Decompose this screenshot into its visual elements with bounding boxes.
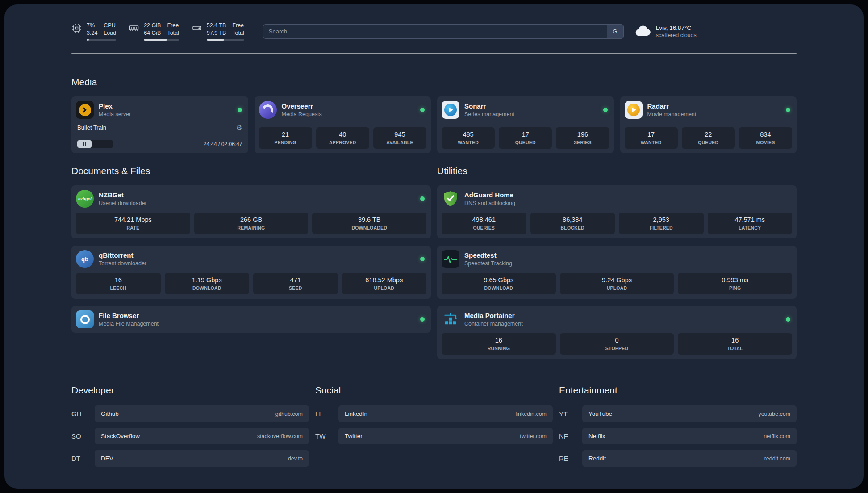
service-subtitle: Usenet downloader (99, 200, 415, 206)
bookmark-url: netflix.com (764, 433, 790, 439)
cpu-usage-value: 7% (87, 22, 97, 29)
stat-remaining: 266 GB REMAINING (194, 213, 309, 234)
stat-pending: 21 PENDING (259, 127, 312, 149)
service-card-speedtest[interactable]: Speedtest Speedtest Tracking 9.65 Gbps D… (437, 246, 797, 299)
status-online-dot (420, 257, 425, 261)
bookmark-link[interactable]: Twitter twitter.com (338, 428, 553, 444)
search-provider-button[interactable]: G (607, 24, 624, 39)
stat-queries: 498,461 QUERIES (442, 213, 526, 234)
stat-value: 1.19 Gbps (192, 276, 222, 284)
service-card-plex[interactable]: Plex Media server Bullet Train ⚙ 24:44 /… (71, 96, 248, 153)
stat-label: UPLOAD (374, 285, 394, 291)
bookmark-link[interactable]: LinkedIn linkedin.com (338, 405, 553, 422)
bookmark-link[interactable]: Netflix netflix.com (582, 428, 797, 444)
status-online-dot (238, 108, 242, 112)
stat-value: 471 (290, 276, 301, 284)
stat-value: 485 (463, 131, 473, 138)
stat-label: QUEUED (698, 140, 718, 145)
stat-label: RATE (127, 225, 140, 230)
stat-upload: 618.52 Mbps UPLOAD (342, 273, 427, 294)
memory-free-value: 22 GiB (144, 22, 161, 29)
bookmark-link[interactable]: YouTube youtube.com (582, 405, 797, 422)
bookmark-name: Github (101, 410, 119, 417)
bookmark-abbr: TW (315, 432, 338, 440)
bookmark-link[interactable]: DEV dev.to (95, 450, 309, 467)
bookmark-link[interactable]: Github github.com (95, 405, 309, 422)
bookmark-youtube: YT YouTube youtube.com (559, 405, 797, 422)
service-subtitle: Media Requests (282, 111, 416, 117)
section-title-media: Media (71, 77, 797, 88)
service-card-sonarr[interactable]: Sonarr Series management 485 WANTED 17 Q… (437, 96, 614, 153)
sonarr-icon (442, 101, 459, 119)
disk-usage-bar (207, 39, 244, 41)
stat-stopped: 0 STOPPED (560, 333, 674, 355)
gear-icon[interactable]: ⚙ (236, 124, 242, 131)
memory-usage-bar (144, 39, 179, 41)
bookmark-twitter: TW Twitter twitter.com (315, 428, 553, 444)
stat-upload: 9.24 Gbps UPLOAD (560, 273, 674, 294)
stat-label: MOVIES (756, 140, 775, 145)
service-card-qbittorrent[interactable]: qb qBittorrent Torrent downloader 16 LEE… (71, 246, 431, 299)
stat-label: TOTAL (727, 346, 743, 351)
stat-movies: 834 MOVIES (739, 127, 792, 149)
bookmark-link[interactable]: Reddit reddit.com (582, 450, 797, 467)
disk-widget: 52.4 TB 97.9 TB Free Total (192, 22, 244, 41)
stat-download: 1.19 Gbps DOWNLOAD (165, 273, 250, 294)
service-title: Plex (99, 102, 233, 110)
player-seek-bar[interactable] (77, 140, 113, 148)
stat-value: 22 (705, 131, 712, 138)
stat-value: 86,384 (563, 216, 582, 223)
cpu-label: CPU (104, 22, 116, 29)
weather-location: Lviv, 16.87°C (656, 25, 697, 31)
stat-value: 47.571 ms (734, 216, 765, 223)
service-title: Media Portainer (464, 312, 781, 319)
section-title-utilities: Utilities (437, 166, 797, 176)
bookmark-group-social: Social LI LinkedIn linkedin.com TW Twitt… (315, 385, 553, 472)
stat-label: STOPPED (605, 346, 628, 351)
bookmark-abbr: RE (559, 455, 582, 462)
service-subtitle: Speedtest Tracking (464, 260, 792, 267)
bookmark-netflix: NF Netflix netflix.com (559, 428, 797, 444)
stat-queued: 22 QUEUED (682, 127, 735, 149)
service-subtitle: Series management (464, 111, 598, 117)
disk-total-label: Total (232, 29, 244, 37)
stat-label: WANTED (458, 140, 479, 145)
service-card-adguard[interactable]: AdGuard Home DNS and adblocking 498,461 … (437, 185, 797, 238)
memory-widget: 22 GiB 64 GiB Free Total (129, 22, 179, 41)
stat-label: SEED (289, 285, 302, 291)
stat-value: 16 (731, 337, 739, 344)
bookmark-github: GH Github github.com (71, 405, 309, 422)
section-title-social: Social (315, 385, 553, 396)
disk-free-value: 52.4 TB (207, 22, 226, 29)
stat-value: 16 (495, 337, 502, 344)
stat-value: 498,461 (472, 216, 496, 223)
bookmark-link[interactable]: StackOverflow stackoverflow.com (95, 428, 309, 444)
bookmark-abbr: NF (559, 432, 582, 440)
stat-blocked: 86,384 BLOCKED (530, 213, 615, 234)
service-title: AdGuard Home (464, 191, 792, 199)
stat-label: RUNNING (488, 346, 510, 351)
status-online-dot (786, 108, 790, 112)
stat-value: 9.24 Gbps (602, 276, 632, 284)
bookmark-url: reddit.com (764, 455, 790, 462)
stat-filtered: 2,953 FILTERED (619, 213, 704, 234)
weather-condition: scattered clouds (656, 32, 697, 38)
service-card-radarr[interactable]: Radarr Movie management 17 WANTED 22 QUE… (620, 96, 797, 153)
section-title-documents: Documents & Files (71, 166, 431, 176)
bookmark-abbr: DT (71, 455, 95, 462)
memory-total-value: 64 GiB (144, 29, 161, 37)
stat-value: 40 (339, 131, 346, 138)
service-card-filebrowser[interactable]: File Browser Media File Management (71, 306, 431, 333)
search-input[interactable] (263, 24, 607, 39)
cloud-icon (634, 24, 651, 39)
bookmark-url: youtube.com (758, 411, 790, 417)
cpu-chip-icon (71, 23, 82, 35)
service-card-portainer[interactable]: Media Portainer Container management 16 … (437, 306, 797, 359)
speedtest-icon (442, 250, 459, 268)
bookmark-name: Twitter (345, 433, 363, 439)
service-card-overseerr[interactable]: Overseerr Media Requests 21 PENDING 40 A… (255, 96, 431, 153)
pause-icon[interactable] (77, 140, 92, 148)
stat-value: 17 (647, 131, 655, 138)
service-card-nzbget[interactable]: nzbget NZBGet Usenet downloader 744.21 M… (71, 185, 431, 238)
media-card-grid: Plex Media server Bullet Train ⚙ 24:44 /… (71, 96, 797, 153)
